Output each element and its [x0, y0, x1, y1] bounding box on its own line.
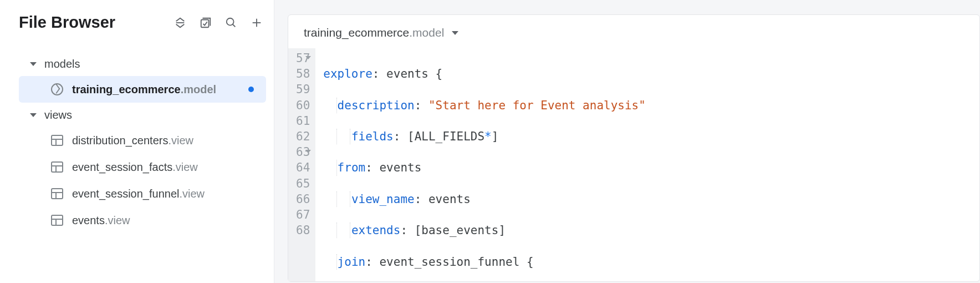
code-area: 57 58 59 60 61 62 63 64 65 66 67 68 expl… — [288, 48, 979, 281]
line-number: 59 — [296, 83, 310, 96]
file-event-session-funnel-view[interactable]: event_session_funnel.view — [19, 180, 266, 207]
file-browser-sidebar: File Browser models — [0, 0, 274, 283]
folder-models[interactable]: models — [19, 52, 266, 76]
line-number: 60 — [296, 99, 310, 112]
file-distribution-centers-view[interactable]: distribution_centers.view — [19, 127, 266, 154]
view-icon — [51, 215, 63, 226]
line-number: 67 — [296, 208, 310, 221]
line-number: 58 — [296, 67, 310, 80]
editor-area: training_ecommerce.model 57 58 59 60 61 … — [274, 0, 980, 283]
file-label: events.view — [72, 214, 130, 227]
search-icon[interactable] — [225, 17, 237, 29]
modified-indicator-icon — [248, 87, 254, 92]
view-icon — [51, 188, 63, 199]
collapse-icon[interactable] — [174, 17, 186, 29]
code-content[interactable]: explore: events { description: "Start he… — [315, 48, 829, 281]
add-icon[interactable] — [251, 17, 263, 29]
line-number: 64 — [296, 161, 310, 174]
line-number: 68 — [296, 224, 310, 237]
view-icon — [51, 161, 63, 173]
folder-label: models — [44, 58, 80, 70]
chevron-down-icon — [30, 62, 37, 66]
fold-icon[interactable] — [305, 150, 311, 153]
editor-tabbar: training_ecommerce.model — [288, 15, 979, 48]
line-number: 65 — [296, 177, 310, 190]
file-label: training_ecommerce.model — [72, 83, 216, 96]
line-number: 66 — [296, 193, 310, 206]
file-event-session-facts-view[interactable]: event_session_facts.view — [19, 154, 266, 180]
svg-rect-1 — [201, 19, 209, 27]
gutter: 57 58 59 60 61 62 63 64 65 66 67 68 — [288, 48, 315, 281]
file-browser-actions — [174, 17, 263, 29]
editor-tab[interactable]: training_ecommerce.model — [304, 26, 444, 39]
file-events-view[interactable]: events.view — [19, 207, 266, 234]
svg-line-3 — [233, 24, 236, 27]
line-number: 61 — [296, 114, 310, 128]
chevron-down-icon — [30, 113, 37, 117]
file-browser-header: File Browser — [19, 13, 266, 32]
editor-panel: training_ecommerce.model 57 58 59 60 61 … — [288, 14, 980, 282]
file-browser-title: File Browser — [19, 13, 115, 32]
line-number: 62 — [296, 130, 310, 143]
file-label: event_session_funnel.view — [72, 188, 205, 200]
fold-icon[interactable] — [305, 56, 311, 59]
file-label: distribution_centers.view — [72, 134, 193, 147]
folder-label: views — [44, 109, 72, 122]
file-training-ecommerce-model[interactable]: training_ecommerce.model — [19, 76, 266, 103]
app-root: File Browser models — [0, 0, 980, 283]
bulk-select-icon[interactable] — [200, 17, 212, 29]
model-icon — [51, 83, 63, 95]
view-icon — [51, 135, 63, 146]
tab-menu-caret-icon[interactable] — [452, 31, 458, 35]
file-label: event_session_facts.view — [72, 161, 198, 174]
svg-point-2 — [227, 18, 234, 25]
folder-views[interactable]: views — [19, 103, 266, 127]
